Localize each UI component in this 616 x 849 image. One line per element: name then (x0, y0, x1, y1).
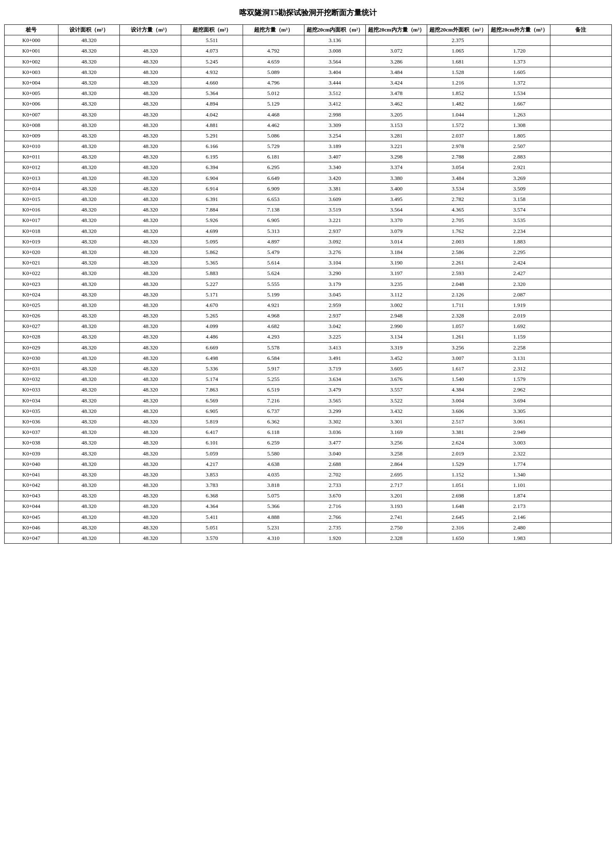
table-cell: 1.805 (489, 130, 550, 141)
table-cell: 6.368 (181, 491, 243, 501)
table-cell: 2.624 (427, 438, 489, 448)
table-row: K0+00048.3205.5113.1362.375 (5, 35, 612, 46)
table-cell: 48.320 (58, 56, 119, 67)
table-cell: 4.659 (243, 56, 304, 67)
table-cell: 6.519 (243, 385, 304, 395)
table-cell: 3.444 (304, 77, 365, 88)
table-cell: 4.486 (181, 332, 243, 342)
table-cell (550, 67, 611, 77)
table-cell: 5.291 (181, 130, 243, 141)
table-cell: 1.152 (427, 469, 489, 480)
table-cell (550, 88, 611, 99)
table-cell: 3.670 (304, 491, 365, 501)
table-cell: 5.265 (181, 311, 243, 321)
table-cell: 5.089 (243, 67, 304, 77)
table-cell: 2.258 (489, 342, 550, 353)
table-cell: 3.522 (366, 395, 427, 406)
table-cell: 3.131 (489, 353, 550, 363)
table-cell: 3.676 (366, 374, 427, 385)
table-cell: 4.932 (181, 67, 243, 77)
table-cell: K0+044 (5, 501, 58, 512)
table-cell: 48.320 (58, 162, 119, 173)
table-cell: 48.320 (58, 416, 119, 427)
table-cell: 2.322 (489, 448, 550, 459)
table-cell: 6.569 (181, 395, 243, 406)
table-cell (550, 99, 611, 109)
table-cell: 2.517 (427, 416, 489, 427)
table-cell: K0+000 (5, 35, 58, 46)
table-cell: K0+009 (5, 130, 58, 141)
table-cell: 3.256 (427, 342, 489, 353)
table-row: K0+00648.32048.3204.8945.1293.4123.4621.… (5, 99, 612, 109)
table-cell (550, 342, 611, 353)
table-cell (550, 438, 611, 448)
table-cell: 48.320 (120, 268, 181, 279)
table-cell: 1.667 (489, 99, 550, 109)
table-cell: 48.320 (58, 289, 119, 300)
table-cell (550, 226, 611, 236)
table-cell: 48.320 (58, 491, 119, 501)
table-cell (550, 183, 611, 194)
table-row: K0+01948.32048.3205.0954.8973.0923.0142.… (5, 236, 612, 247)
table-cell: K0+025 (5, 300, 58, 310)
table-cell: 1.692 (489, 321, 550, 332)
table-cell: 4.310 (243, 533, 304, 544)
table-row: K0+00348.32048.3204.9325.0893.4043.4841.… (5, 67, 612, 77)
table-cell (550, 512, 611, 522)
table-cell: K0+047 (5, 533, 58, 544)
table-cell: 4.042 (181, 109, 243, 120)
table-row: K0+01548.32048.3206.3916.6533.6093.4952.… (5, 194, 612, 205)
table-cell: 1.159 (489, 332, 550, 342)
table-cell: 48.320 (120, 469, 181, 480)
table-cell: 3.407 (304, 152, 365, 162)
table-cell: 1.482 (427, 99, 489, 109)
table-cell: 5.819 (181, 416, 243, 427)
table-cell: 48.320 (120, 385, 181, 395)
table-cell: 3.254 (304, 130, 365, 141)
table-cell: 48.320 (120, 173, 181, 183)
table-cell: 1.372 (489, 77, 550, 88)
table-row: K0+03548.32048.3206.9056.7373.2993.4323.… (5, 406, 612, 416)
table-cell: 3.302 (304, 416, 365, 427)
table-cell (550, 300, 611, 310)
table-cell: 3.534 (427, 183, 489, 194)
table-cell (550, 406, 611, 416)
table-cell (550, 469, 611, 480)
table-cell: 4.897 (243, 236, 304, 247)
table-cell: 5.051 (181, 522, 243, 533)
table-cell (120, 35, 181, 46)
table-cell: 48.320 (120, 130, 181, 141)
header-bz: 备注 (550, 25, 611, 35)
table-cell: 5.926 (181, 215, 243, 226)
table-cell: 48.320 (58, 35, 119, 46)
table-cell: 2.733 (304, 480, 365, 491)
table-cell: 3.003 (489, 438, 550, 448)
table-cell: 3.495 (366, 194, 427, 205)
table-cell: 2.948 (366, 311, 427, 321)
table-cell: 3.256 (366, 438, 427, 448)
table-cell: 2.037 (427, 130, 489, 141)
table-row: K0+04448.32048.3204.3645.3662.7163.1931.… (5, 501, 612, 512)
table-row: K0+01748.32048.3205.9266.9053.2213.3702.… (5, 215, 612, 226)
table-cell: 5.059 (181, 448, 243, 459)
table-cell: 48.320 (120, 236, 181, 247)
table-cell: 3.853 (181, 469, 243, 480)
table-cell: 2.375 (427, 35, 489, 46)
table-cell: 3.535 (489, 215, 550, 226)
table-cell: 48.320 (120, 56, 181, 67)
table-cell: 1.373 (489, 56, 550, 67)
table-cell: 48.320 (58, 236, 119, 247)
table-row: K0+02648.32048.3205.2654.9682.9372.9482.… (5, 311, 612, 321)
table-cell: 5.883 (181, 268, 243, 279)
table-cell: 3.340 (304, 162, 365, 173)
table-cell: 48.320 (58, 374, 119, 385)
table-cell: 3.286 (366, 56, 427, 67)
table-cell: 3.565 (304, 395, 365, 406)
table-cell: 3.179 (304, 279, 365, 289)
table-cell: 1.308 (489, 120, 550, 130)
table-cell: 3.290 (304, 268, 365, 279)
table-row: K0+03948.32048.3205.0595.5803.0403.2582.… (5, 448, 612, 459)
table-cell: 48.320 (120, 491, 181, 501)
table-cell: 48.320 (58, 512, 119, 522)
table-cell: 3.112 (366, 289, 427, 300)
